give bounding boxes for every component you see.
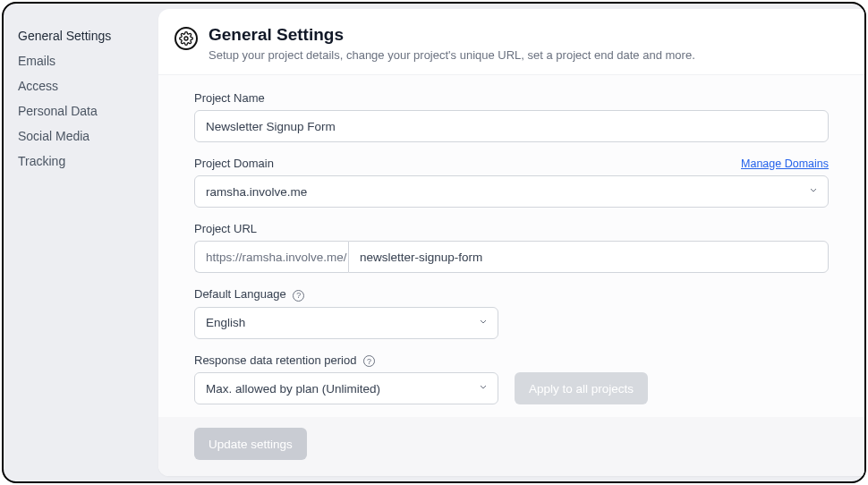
sidebar-item-emails[interactable]: Emails	[18, 48, 144, 73]
sidebar-item-personal-data[interactable]: Personal Data	[18, 98, 144, 123]
retention-label: Response data retention period ?	[194, 353, 375, 368]
main-panel: General Settings Setup your project deta…	[158, 9, 864, 476]
project-domain-label: Project Domain	[194, 157, 274, 170]
project-name-input[interactable]	[194, 110, 829, 142]
sidebar-item-tracking[interactable]: Tracking	[18, 149, 144, 174]
project-domain-select[interactable]: ramsha.involve.me	[194, 175, 829, 208]
default-language-value: English	[206, 316, 245, 329]
default-language-label: Default Language ?	[194, 287, 304, 302]
sidebar-item-general-settings[interactable]: General Settings	[18, 23, 144, 48]
gear-icon	[174, 27, 198, 50]
sidebar-item-access[interactable]: Access	[18, 73, 144, 98]
header: General Settings Setup your project deta…	[158, 9, 864, 75]
help-icon: ?	[293, 290, 304, 302]
help-icon: ?	[363, 355, 375, 367]
project-url-label: Project URL	[194, 222, 257, 235]
retention-value: Max. allowed by plan (Unlimited)	[206, 382, 380, 396]
default-language-select[interactable]: English	[194, 307, 498, 339]
chevron-down-icon	[478, 316, 489, 329]
retention-select[interactable]: Max. allowed by plan (Unlimited)	[194, 372, 498, 404]
manage-domains-link[interactable]: Manage Domains	[741, 157, 829, 170]
project-url-slug-input[interactable]	[348, 241, 829, 273]
chevron-down-icon	[478, 382, 489, 396]
content: Project Name Project Domain Manage Domai…	[158, 75, 864, 417]
svg-point-0	[184, 37, 188, 40]
footer: Update settings	[158, 417, 864, 476]
sidebar-item-social-media[interactable]: Social Media	[18, 123, 144, 149]
project-name-label: Project Name	[194, 91, 265, 105]
sidebar: General Settings Emails Access Personal …	[4, 4, 158, 481]
chevron-down-icon	[808, 185, 819, 199]
project-domain-value: ramsha.involve.me	[206, 185, 307, 199]
apply-to-all-button[interactable]: Apply to all projects	[515, 372, 648, 404]
page-subtitle: Setup your project details, change your …	[208, 48, 695, 62]
project-url-prefix: https://ramsha.involve.me/	[194, 241, 348, 273]
update-settings-button[interactable]: Update settings	[194, 428, 307, 460]
page-title: General Settings	[208, 25, 695, 45]
